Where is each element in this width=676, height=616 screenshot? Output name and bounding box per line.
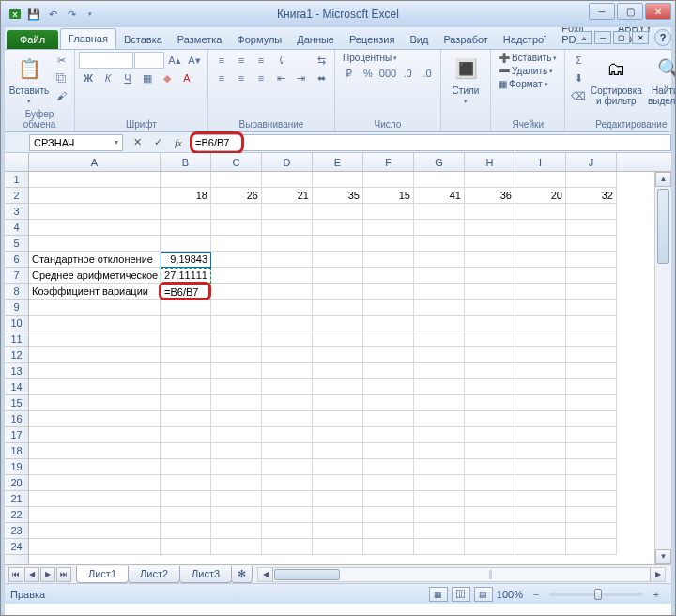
cell[interactable]: [211, 284, 262, 300]
cell[interactable]: [29, 188, 161, 204]
file-tab[interactable]: Файл: [7, 30, 58, 49]
cell[interactable]: [515, 220, 566, 236]
cell[interactable]: [465, 284, 515, 300]
clear-icon[interactable]: ⌫: [569, 87, 588, 104]
sheet-tab-1[interactable]: Лист1: [76, 566, 129, 583]
cell[interactable]: [262, 411, 313, 427]
cell[interactable]: [515, 316, 566, 331]
cell[interactable]: [313, 395, 363, 411]
copy-icon[interactable]: ⿻: [52, 69, 70, 86]
col-header-E[interactable]: E: [313, 153, 363, 171]
cell[interactable]: [414, 172, 465, 188]
cell[interactable]: [566, 300, 617, 316]
page-break-view-icon[interactable]: ▤: [474, 587, 493, 602]
cell[interactable]: [161, 236, 211, 252]
row-header-21[interactable]: 21: [5, 491, 28, 507]
cell[interactable]: [363, 236, 414, 252]
underline-button[interactable]: Ч: [118, 69, 137, 86]
cell[interactable]: [363, 539, 414, 555]
row-header-18[interactable]: 18: [5, 443, 28, 459]
last-sheet-icon[interactable]: ⏭: [56, 567, 71, 582]
cell[interactable]: [29, 507, 161, 523]
cell[interactable]: [465, 507, 515, 523]
cell[interactable]: [29, 204, 161, 220]
tab-review[interactable]: Рецензия: [342, 30, 403, 49]
grow-font-icon[interactable]: A▴: [165, 52, 184, 69]
qat-customize-icon[interactable]: ▾: [82, 6, 99, 23]
cell[interactable]: [414, 507, 465, 523]
cell[interactable]: [566, 268, 617, 284]
fill-icon[interactable]: ⬇: [569, 69, 588, 86]
cell[interactable]: [262, 427, 313, 443]
cell[interactable]: [262, 347, 313, 363]
tab-formulas[interactable]: Формулы: [229, 30, 289, 49]
cell[interactable]: [465, 427, 515, 443]
orientation-icon[interactable]: ⤹: [271, 52, 290, 69]
scroll-right-icon[interactable]: ▶: [650, 568, 665, 581]
scroll-left-icon[interactable]: ◀: [258, 568, 273, 581]
cell[interactable]: [515, 347, 566, 363]
cell[interactable]: [211, 172, 262, 188]
maximize-button[interactable]: ▢: [617, 3, 643, 20]
cell[interactable]: [313, 284, 363, 300]
cell[interactable]: [262, 172, 313, 188]
cell[interactable]: [211, 379, 262, 395]
number-format-select[interactable]: Процентны▾: [339, 52, 437, 64]
cell[interactable]: [363, 172, 414, 188]
cell[interactable]: 15: [363, 188, 414, 204]
cell[interactable]: [313, 491, 363, 507]
cut-icon[interactable]: ✂: [52, 52, 70, 69]
cell[interactable]: [465, 252, 515, 268]
fill-color-icon[interactable]: ◆: [158, 69, 177, 86]
cell[interactable]: Среднее арифметическое: [29, 268, 161, 284]
cell[interactable]: [313, 236, 363, 252]
col-header-B[interactable]: B: [161, 153, 211, 171]
cell[interactable]: [29, 523, 161, 539]
name-box[interactable]: СРЗНАЧ ▾: [29, 134, 123, 151]
zoom-thumb[interactable]: [594, 589, 602, 600]
cell[interactable]: [363, 284, 414, 300]
cell[interactable]: 9,19843: [161, 252, 211, 268]
cell[interactable]: [262, 395, 313, 411]
cell[interactable]: [313, 220, 363, 236]
tab-home[interactable]: Главная: [60, 28, 116, 49]
cell[interactable]: [566, 443, 617, 459]
decrease-decimal-icon[interactable]: .0: [418, 65, 437, 82]
wb-minimize-button[interactable]: ─: [594, 31, 611, 44]
cell[interactable]: 36: [465, 188, 515, 204]
cell[interactable]: [414, 268, 465, 284]
cell[interactable]: [465, 172, 515, 188]
cell[interactable]: [211, 204, 262, 220]
cell[interactable]: [414, 252, 465, 268]
cell[interactable]: [363, 363, 414, 379]
cell[interactable]: [161, 220, 211, 236]
cell[interactable]: [566, 252, 617, 268]
cell[interactable]: [465, 539, 515, 555]
cell[interactable]: [29, 459, 161, 475]
insert-cells-button[interactable]: ➕Вставить▾: [495, 52, 561, 64]
wb-close-button[interactable]: ✕: [632, 31, 649, 44]
cell[interactable]: [29, 539, 161, 555]
cell[interactable]: [465, 523, 515, 539]
cell[interactable]: [515, 268, 566, 284]
cell[interactable]: [414, 220, 465, 236]
cell[interactable]: [363, 300, 414, 316]
cell[interactable]: [465, 347, 515, 363]
cell[interactable]: [414, 316, 465, 331]
cell[interactable]: [313, 443, 363, 459]
row-header-8[interactable]: 8: [5, 284, 28, 300]
row-header-3[interactable]: 3: [5, 204, 28, 220]
cell[interactable]: [313, 523, 363, 539]
cell[interactable]: [211, 363, 262, 379]
cell[interactable]: [363, 507, 414, 523]
cell[interactable]: [566, 379, 617, 395]
font-family-select[interactable]: [79, 52, 133, 69]
wrap-text-icon[interactable]: ⇆: [312, 52, 330, 69]
cell[interactable]: [161, 459, 211, 475]
cell[interactable]: [211, 347, 262, 363]
bold-button[interactable]: Ж: [79, 69, 98, 86]
cell[interactable]: [29, 220, 161, 236]
col-header-J[interactable]: J: [566, 153, 617, 171]
cell[interactable]: [161, 523, 211, 539]
row-header-16[interactable]: 16: [5, 411, 28, 427]
